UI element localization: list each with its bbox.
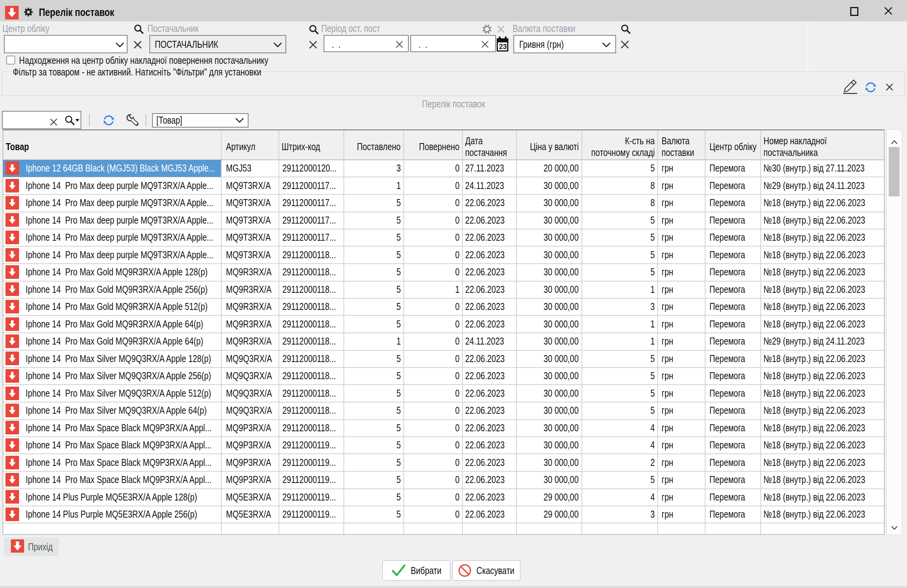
svg-text:23: 23	[499, 43, 507, 51]
